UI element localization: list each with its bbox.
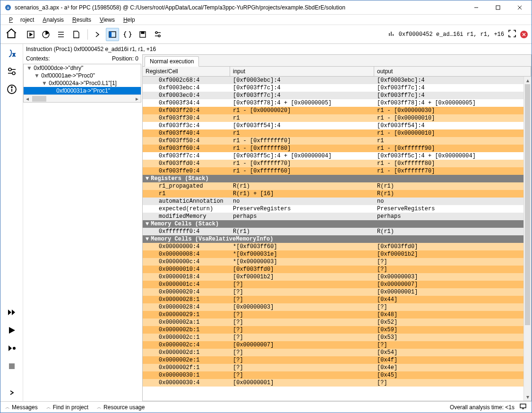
table-row[interactable]: expected(return)PreserveRegistersPreserv… [143,205,523,213]
contexts-tree[interactable]: ▼ 0xf0000dce->"dhry"▼ 0xf00001ae->"Proc0… [23,64,141,103]
svg-marker-35 [9,327,15,334]
page-icon[interactable] [69,28,83,41]
play-icon[interactable] [5,324,18,337]
table-row[interactable]: 0xf003ff7c:4[0xf003ff5c]:4 + [0x00000004… [143,152,523,160]
settings-sliders-icon[interactable] [151,28,164,41]
tree-item[interactable]: 0xf000031a->"Proc1" [24,87,141,95]
table-row[interactable]: 0xfffffff0:4R(r1)R(r1) [143,228,523,235]
minimize-button[interactable] [465,0,487,15]
horizontal-scrollbar[interactable]: ◂▸ [24,95,141,102]
table-row[interactable]: 0x00000020:4[?][0x00000001] [143,288,523,296]
menubar: Project Analysis Results Views Help [0,15,532,25]
tree-item[interactable]: ▼ 0xf0000dce->"dhry" [24,64,141,72]
table-row[interactable]: r1_propagatedR(r1)R(r1) [143,182,523,190]
table-row[interactable]: 0xf0003ec0:4[0xf003ff7c]:4[0xf003ff7c]:4 [143,92,523,99]
table-row[interactable]: automaticAnnotationnono [143,198,523,205]
table-row[interactable]: 0xf003ffd0:4r1 - [0xffffff70]r1 - [0xfff… [143,160,523,167]
menu-help[interactable]: Help [120,16,139,24]
svg-point-32 [11,87,12,88]
table-row[interactable]: 0x00000029:1[?][0x48] [143,311,523,318]
table-row[interactable]: 0x0000002e:1[?][0x4f] [143,356,523,364]
menu-views[interactable]: Views [96,16,119,24]
tree-item[interactable]: ▼ 0xf00001ae->"Proc0" [24,72,141,79]
table-row[interactable]: 0x00000008:4*[0xf000031e][0xf00001b2] [143,250,523,258]
table-row[interactable]: 0x00000018:4[0xf00001b2][0x00000003] [143,273,523,281]
svg-rect-13 [109,32,112,37]
maximize-button[interactable] [487,0,509,15]
info-icon[interactable] [5,83,18,96]
analysis-time: Overall analysis time: <1s [450,404,515,411]
col-input[interactable]: input [230,67,374,76]
play-in-box-icon[interactable] [24,28,37,41]
footer-messages[interactable]: ︿Messages [5,404,38,411]
grid[interactable]: 0xf0002c68:4[0xf0003ebc]:4[0xf0003ebc]:4… [143,77,523,401]
table-row[interactable]: 0x00000030:1[?][0x45] [143,371,523,379]
section-header[interactable]: ▼Registers (Stack) [143,175,523,182]
tree-item[interactable]: ▼ 0xf000024a->"Proc0.L1"[1] [24,79,141,87]
braces-icon[interactable] [121,28,134,41]
fx-icon[interactable]: x [5,47,18,60]
status-error-icon[interactable] [520,31,528,38]
svg-point-37 [13,347,16,350]
step-icon[interactable] [5,342,18,355]
table-row[interactable]: 0x0000002c:4[0x00000007][?] [143,341,523,349]
table-row[interactable]: 0x0000000c:4*[0x00000003][?] [143,258,523,266]
position-label: Position: 0 [112,55,138,62]
monitor-icon[interactable] [519,403,527,412]
statusbar: ︿Messages ︿Find in project ︿Resource usa… [0,401,532,413]
section-header[interactable]: ▼Memory Cells (Stack) [143,220,523,228]
table-row[interactable]: 0x0000002b:1[?][0x59] [143,326,523,334]
stop-icon[interactable] [5,360,18,373]
table-row[interactable]: 0xf003ff60:4r1 - [0xffffff80]r1 - [0xfff… [143,145,523,152]
menu-project[interactable]: Project [5,16,38,24]
col-output[interactable]: output [374,67,531,76]
table-row[interactable]: 0xf003ff3c:4[0xf003ff54]:4[0xf003ff54]:4 [143,122,523,129]
table-row[interactable]: 0xf003ff30:4r1r1 - [0x00000010] [143,114,523,122]
save-icon[interactable] [136,28,149,41]
chevron-right-small-icon[interactable] [5,386,18,399]
table-row[interactable]: 0x0000002f:1[?][0x4e] [143,364,523,371]
table-row[interactable]: 0xf0003ebc:4[0xf003ff7c]:4[0xf003ff7c]:4 [143,84,523,92]
table-row[interactable]: 0xf0002c68:4[0xf0003ebc]:4[0xf0003ebc]:4 [143,77,523,84]
svg-marker-33 [8,310,11,315]
fast-forward-icon[interactable] [5,306,18,319]
svg-marker-7 [30,33,32,36]
table-row[interactable]: 0x0000002d:1[?][0x54] [143,349,523,356]
table-row[interactable]: 0xf0003f34:4[0xf003ff78]:4 + [0x00000005… [143,99,523,107]
table-row[interactable]: 0xf003ff50:4r1 - [0xfffffff0]r1 [143,137,523,145]
footer-find[interactable]: ︿Find in project [46,404,88,411]
tab-normal-execution[interactable]: Normal execution [145,56,199,67]
menu-results[interactable]: Results [69,16,95,24]
panel-left-icon[interactable] [106,28,119,41]
table-row[interactable]: 0xf003ff40:4r1r1 - [0x00000010] [143,129,523,137]
home-icon[interactable] [5,27,17,41]
table-row[interactable]: 0x00000000:4*[0xf003ff60][0xf003ffd0] [143,243,523,250]
table-row[interactable]: 0x00000010:4[0xf003ffd0][?] [143,266,523,273]
table-row[interactable]: 0x0000002c:1[?][0x53] [143,334,523,341]
sidebar: x [0,44,23,401]
col-register[interactable]: Register/Cell [143,67,230,76]
table-row[interactable]: 0x00000028:4[0x00000003][?] [143,303,523,311]
footer-resource[interactable]: ︿Resource usage [97,404,145,411]
section-header[interactable]: ▼Memory Cells (VsaRelativeMemoryInfo) [143,235,523,243]
table-row[interactable]: 0x0000002a:1[?][0x52] [143,318,523,326]
table-row[interactable]: r1R(r1) + [16]R(r1) [143,190,523,198]
menu-analysis[interactable]: Analysis [39,16,68,24]
toggles-icon[interactable] [5,65,18,78]
table-row[interactable]: 0xf003ff20:4r1 - [0x00000020]r1 - [0x000… [143,107,523,114]
titlebar: a scenarios_a3.apx - a³ for PPC (1598505… [0,0,532,15]
close-button[interactable] [509,0,531,15]
table-row[interactable]: 0xf003ffe0:4r1 - [0xffffff60]r1 - [0xfff… [143,167,523,175]
app-icon: a [4,4,12,11]
table-row[interactable]: 0x0000001c:4[?][0x00000007] [143,281,523,288]
svg-text:x: x [13,52,15,57]
pie-icon[interactable] [39,28,52,41]
svg-marker-34 [12,310,15,315]
vertical-scrollbar[interactable]: ▴ ▾ [523,77,531,401]
chevron-right-icon[interactable] [91,28,104,41]
table-row[interactable]: modifiedMemoryperhapsperhaps [143,213,523,220]
table-row[interactable]: 0x00000028:1[?][0x44] [143,296,523,303]
table-row[interactable]: 0x00000030:4[0x00000001][?] [143,379,523,387]
list-icon[interactable] [54,28,68,41]
fullscreen-icon[interactable] [508,29,516,39]
